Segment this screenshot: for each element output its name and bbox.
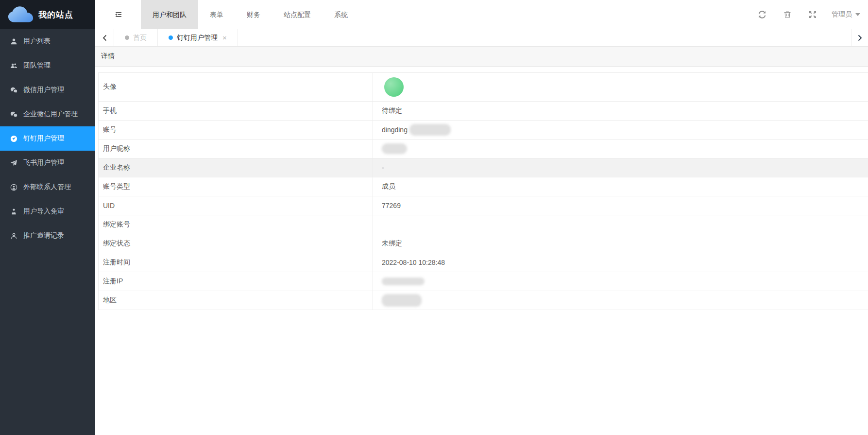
- row-value-text: 成员: [382, 182, 395, 191]
- sidebar-menu: 用户列表团队管理微信用户管理企业微信用户管理钉钉用户管理飞书用户管理外部联系人管…: [0, 29, 95, 248]
- row-value-text: 2022-08-10 10:28:48: [382, 259, 445, 266]
- table-row: UID77269: [99, 196, 868, 215]
- topbar-action-icons: [741, 10, 817, 19]
- topnav-tab[interactable]: 系统: [323, 0, 359, 29]
- caret-down-icon: [855, 13, 860, 16]
- row-value: [373, 73, 868, 101]
- refresh-icon[interactable]: [758, 10, 766, 19]
- trash-icon[interactable]: [783, 10, 792, 19]
- table-row: 账号类型成员: [99, 177, 868, 196]
- row-label: 手机: [99, 102, 373, 120]
- detail-card: 详情 头像手机待绑定账号dingding用户昵称企业名称-账号类型成员UID77…: [95, 47, 868, 435]
- tab-status-dot: [125, 35, 129, 40]
- user-outline-icon: [10, 232, 17, 240]
- table-row: 企业名称-: [99, 158, 868, 177]
- row-label: 注册IP: [99, 272, 373, 291]
- wechat-icon: [10, 87, 17, 94]
- wecom-icon: [10, 111, 17, 118]
- sidebar-item[interactable]: 钉钉用户管理: [0, 126, 95, 151]
- table-row: 绑定账号: [99, 215, 868, 234]
- row-value: dingding: [373, 121, 868, 139]
- row-label: 地区: [99, 291, 373, 310]
- breadcrumb-tab[interactable]: 钉钉用户管理×: [158, 29, 238, 46]
- table-row: 绑定状态未绑定: [99, 234, 868, 253]
- table-row: 注册IP: [99, 272, 868, 291]
- site-title: 我的站点: [38, 9, 73, 20]
- sidebar-item-label: 团队管理: [23, 61, 51, 70]
- fullscreen-icon[interactable]: [808, 10, 817, 19]
- row-value-text: 77269: [382, 202, 401, 209]
- sidebar-item[interactable]: 团队管理: [0, 53, 95, 78]
- topnav-tab[interactable]: 财务: [235, 0, 272, 29]
- topnav-tab[interactable]: 站点配置: [272, 0, 323, 29]
- topnav-tab[interactable]: 用户和团队: [141, 0, 198, 29]
- chevron-left-icon: [102, 34, 107, 42]
- row-value: -: [373, 158, 868, 177]
- row-label: 账号: [99, 121, 373, 139]
- sidebar-item[interactable]: 用户列表: [0, 29, 95, 53]
- card-body: 头像手机待绑定账号dingding用户昵称企业名称-账号类型成员UID77269…: [95, 67, 868, 435]
- row-value: 2022-08-10 10:28:48: [373, 253, 868, 272]
- collapse-menu-icon[interactable]: [109, 0, 128, 29]
- row-value-text: 待绑定: [382, 106, 402, 115]
- sidebar-item-label: 钉钉用户管理: [23, 134, 64, 143]
- breadcrumb-tabs: 首页钉钉用户管理×: [114, 29, 238, 46]
- table-row: 用户昵称: [99, 139, 868, 158]
- sidebar-item-label: 用户导入免审: [23, 207, 64, 216]
- logo: 我的站点: [0, 0, 95, 29]
- row-label: 绑定状态: [99, 234, 373, 253]
- redacted-blur-box: [409, 124, 451, 136]
- row-value: [373, 215, 868, 234]
- row-label: 用户昵称: [99, 139, 373, 158]
- user-import-icon: [10, 208, 17, 215]
- sidebar-item[interactable]: 微信用户管理: [0, 78, 95, 102]
- row-value: 77269: [373, 196, 868, 215]
- tabs-scroll-left-button[interactable]: [95, 29, 114, 46]
- table-row: 注册时间2022-08-10 10:28:48: [99, 253, 868, 272]
- dingtalk-icon: [10, 135, 17, 142]
- main-area: 用户和团队表单财务站点配置系统 管理员 首页钉钉用户管理×: [95, 0, 868, 435]
- row-value: [373, 291, 868, 310]
- sidebar: 我的站点 用户列表团队管理微信用户管理企业微信用户管理钉钉用户管理飞书用户管理外…: [0, 0, 95, 435]
- tab-label: 首页: [133, 34, 147, 42]
- sidebar-item-label: 飞书用户管理: [23, 158, 64, 167]
- topbar: 用户和团队表单财务站点配置系统 管理员: [95, 0, 868, 29]
- row-value: [373, 139, 868, 158]
- table-row: 手机待绑定: [99, 102, 868, 121]
- row-label: 绑定账号: [99, 215, 373, 234]
- row-value-text: -: [382, 164, 384, 172]
- tabs-scroll-right-button[interactable]: [851, 29, 868, 46]
- sidebar-item[interactable]: 外部联系人管理: [0, 175, 95, 199]
- cloud-logo-icon: [8, 6, 34, 23]
- topnav-tab[interactable]: 表单: [198, 0, 235, 29]
- redacted-blur-box: [382, 143, 407, 154]
- table-row: 账号dingding: [99, 121, 868, 139]
- row-value: 未绑定: [373, 234, 868, 253]
- users-icon: [10, 62, 17, 70]
- row-value: [373, 272, 868, 291]
- sidebar-item[interactable]: 企业微信用户管理: [0, 102, 95, 126]
- redacted-blur-box: [382, 294, 422, 307]
- user-menu[interactable]: 管理员: [832, 10, 860, 19]
- table-row: 头像: [99, 73, 868, 102]
- sidebar-item[interactable]: 飞书用户管理: [0, 151, 95, 175]
- tab-status-dot: [169, 35, 173, 40]
- topnav-tabs: 用户和团队表单财务站点配置系统: [141, 0, 359, 29]
- sidebar-item[interactable]: 用户导入免审: [0, 199, 95, 224]
- row-label: 账号类型: [99, 177, 373, 196]
- row-value-text: 未绑定: [382, 239, 402, 248]
- sidebar-item-label: 企业微信用户管理: [23, 110, 78, 119]
- row-value: 成员: [373, 177, 868, 196]
- card-header: 详情: [95, 47, 868, 67]
- row-label: 企业名称: [99, 158, 373, 177]
- user-solid-icon: [10, 38, 17, 45]
- close-icon[interactable]: ×: [222, 34, 227, 41]
- topbar-actions: 管理员: [741, 10, 868, 19]
- user-avatar: [384, 77, 404, 97]
- card-title: 详情: [101, 52, 115, 61]
- contact-circle-icon: [10, 184, 17, 191]
- redacted-blur-box: [382, 278, 425, 285]
- sidebar-item[interactable]: 推广邀请记录: [0, 224, 95, 248]
- breadcrumb-tab[interactable]: 首页: [114, 29, 158, 46]
- row-label: 注册时间: [99, 253, 373, 272]
